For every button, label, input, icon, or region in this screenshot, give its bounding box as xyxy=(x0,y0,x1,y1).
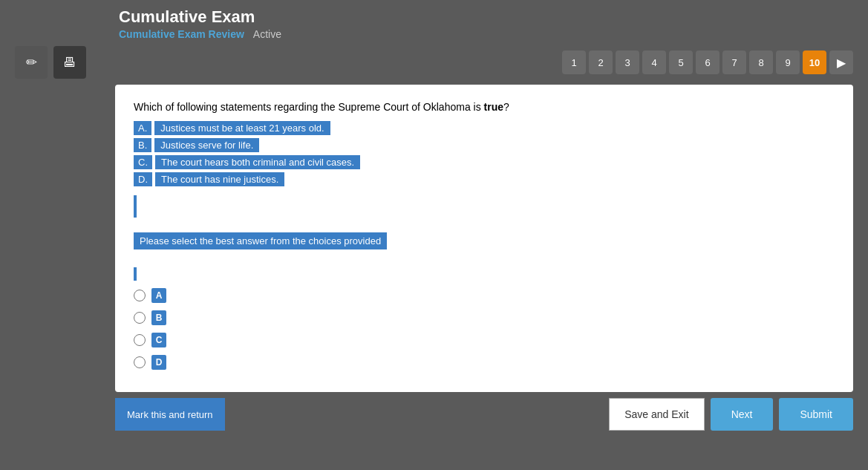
answer-text-b: Justices serve for life. xyxy=(154,138,259,152)
page-btn-1[interactable]: 1 xyxy=(562,50,586,74)
radio-b[interactable] xyxy=(134,312,146,324)
radio-badge-c: C xyxy=(151,333,166,347)
radio-badge-b: B xyxy=(151,310,166,325)
radio-row-d: D xyxy=(134,355,835,370)
radio-row-b: B xyxy=(134,310,835,325)
blue-divider xyxy=(134,195,137,218)
selection-instruction: Please select the best answer from the c… xyxy=(134,232,387,249)
answer-option-d: D. The court has nine justices. xyxy=(134,172,835,186)
top-header: Cumulative Exam Cumulative Exam Review A… xyxy=(0,0,868,40)
submit-button[interactable]: Submit xyxy=(779,398,853,431)
page-btn-8[interactable]: 8 xyxy=(749,50,773,74)
radio-badge-a: A xyxy=(151,288,166,303)
question-text-before: Which of following statements regarding … xyxy=(134,101,484,113)
radio-badge-d: D xyxy=(151,355,166,370)
radio-row-c: C xyxy=(134,333,835,347)
answer-text-a: Justices must be at least 21 years old. xyxy=(154,121,330,135)
mark-return-button[interactable]: Mark this and return xyxy=(115,398,225,431)
answer-option-a: A. Justices must be at least 21 years ol… xyxy=(134,121,835,135)
app-container: Cumulative Exam Cumulative Exam Review A… xyxy=(0,0,868,470)
radio-c[interactable] xyxy=(134,334,146,346)
page-btn-4[interactable]: 4 xyxy=(642,50,666,74)
page-btn-2[interactable]: 2 xyxy=(589,50,613,74)
pagination: 1 2 3 4 5 6 7 8 9 10 ▶ xyxy=(562,50,853,74)
toolbar-row: ✏ 🖶 1 2 3 4 5 6 7 8 9 10 ▶ xyxy=(0,40,868,85)
print-button[interactable]: 🖶 xyxy=(53,46,86,79)
question-bold-word: true xyxy=(484,101,503,113)
print-icon: 🖶 xyxy=(63,55,76,71)
answer-label-d: D. xyxy=(134,172,152,186)
radio-d[interactable] xyxy=(134,356,146,368)
page-btn-9[interactable]: 9 xyxy=(776,50,800,74)
page-btn-6[interactable]: 6 xyxy=(696,50,719,74)
page-btn-10[interactable]: 10 xyxy=(803,50,826,74)
exam-subtitle-text: Cumulative Exam Review xyxy=(119,28,244,40)
main-content: Which of following statements regarding … xyxy=(115,85,853,392)
edit-button[interactable]: ✏ xyxy=(15,46,48,79)
answer-label-a: A. xyxy=(134,121,151,135)
edit-icon: ✏ xyxy=(26,54,37,71)
answer-text-d: The court has nine justices. xyxy=(155,172,284,186)
page-btn-3[interactable]: 3 xyxy=(616,50,639,74)
page-btn-5[interactable]: 5 xyxy=(669,50,693,74)
page-btn-7[interactable]: 7 xyxy=(722,50,746,74)
exam-status: Active xyxy=(253,28,281,40)
radio-a[interactable] xyxy=(134,290,146,301)
exam-subtitle: Cumulative Exam Review Active xyxy=(119,28,853,40)
footer-bar: Mark this and return Save and Exit Next … xyxy=(115,398,853,431)
radio-options: A B C D xyxy=(134,288,835,370)
question-text: Which of following statements regarding … xyxy=(134,99,835,115)
answer-text-c: The court hears both criminal and civil … xyxy=(155,155,360,169)
radio-row-a: A xyxy=(134,288,835,303)
question-text-after: ? xyxy=(503,101,509,113)
next-page-button[interactable]: ▶ xyxy=(829,50,853,74)
answer-label-c: C. xyxy=(134,155,152,169)
blue-divider-2 xyxy=(134,267,137,281)
save-exit-button[interactable]: Save and Exit xyxy=(609,398,704,431)
answer-option-c: C. The court hears both criminal and civ… xyxy=(134,155,835,169)
next-button[interactable]: Next xyxy=(711,398,774,431)
answer-option-b: B. Justices serve for life. xyxy=(134,138,835,152)
exam-title: Cumulative Exam xyxy=(119,7,853,27)
answer-label-b: B. xyxy=(134,138,151,152)
